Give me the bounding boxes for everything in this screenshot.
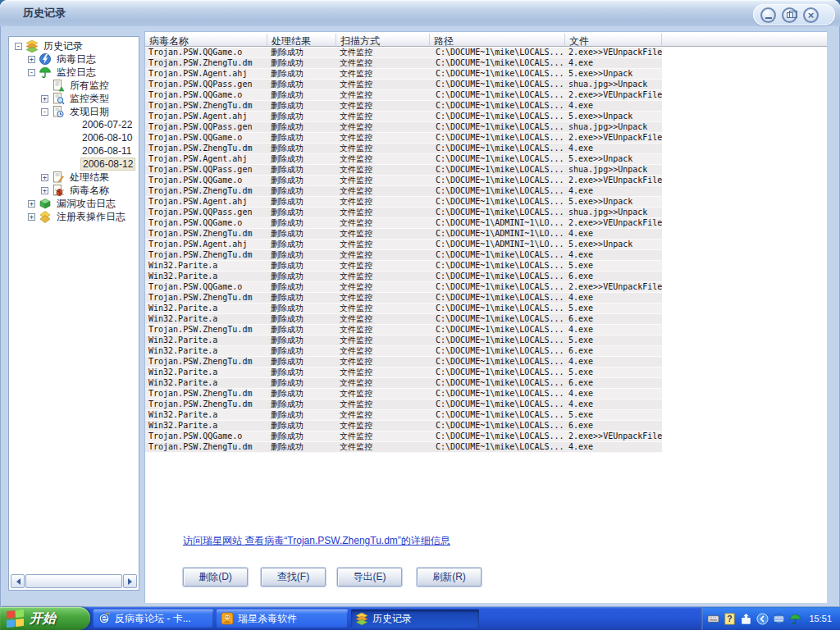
tree-item-label[interactable]: 处理结果 (68, 171, 111, 185)
tree-item-label[interactable]: 监控类型 (68, 92, 111, 106)
table-row[interactable]: Win32.Parite.a删除成功文件监控C:\DOCUME~1\mike\L… (145, 421, 662, 431)
collapse-box-icon[interactable]: - (15, 43, 22, 50)
tree-item-所有监控[interactable]: 所有监控 (10, 79, 138, 92)
table-row[interactable]: Win32.Parite.a删除成功文件监控C:\DOCUME~1\mike\L… (145, 378, 662, 389)
language-icon[interactable] (756, 613, 769, 625)
table-row[interactable]: Trojan.PSW.QQPass.gen删除成功文件监控C:\DOCUME~1… (145, 208, 662, 218)
tree-item-处理结果[interactable]: +处理结果 (10, 171, 138, 184)
tree-item-label[interactable]: 2006-08-12 (80, 158, 135, 171)
hide-icons-icon[interactable] (740, 613, 752, 625)
tree-item-历史记录[interactable]: -历史记录 (10, 39, 138, 52)
tree-item-label[interactable]: 历史记录 (42, 39, 84, 53)
table-row[interactable]: Win32.Parite.a删除成功文件监控C:\DOCUME~1\mike\L… (145, 410, 662, 421)
table-row[interactable]: Trojan.PSW.ZhengTu.dm删除成功文件监控C:\DOCUME~1… (145, 229, 662, 240)
titlebar[interactable]: 历史记录 × (0, 0, 840, 26)
tree-item-label[interactable]: 病毒名称 (68, 184, 111, 198)
scrollbar-thumb[interactable] (25, 574, 122, 588)
tree-item-label[interactable]: 漏洞攻击日志 (55, 197, 117, 211)
table-row[interactable]: Trojan.PSW.ZhengTu.dm删除成功文件监控C:\DOCUME~1… (145, 101, 662, 112)
tree-item-监控类型[interactable]: +监控类型 (10, 92, 138, 105)
collapse-box-icon[interactable]: - (28, 69, 35, 76)
table-row[interactable]: Trojan.PSW.ZhengTu.dm删除成功文件监控C:\DOCUME~1… (145, 293, 662, 304)
table-row[interactable]: Win32.Parite.a删除成功文件监控C:\DOCUME~1\mike\L… (145, 336, 662, 346)
tree-item-label[interactable]: 2006-08-10 (80, 132, 134, 144)
table-row[interactable]: Trojan.PSW.ZhengTu.dm删除成功文件监控C:\DOCUME~1… (145, 144, 662, 154)
table-row[interactable]: Trojan.PSW.QQPass.gen删除成功文件监控C:\DOCUME~1… (145, 165, 662, 176)
tree-item-label[interactable]: 2006-07-22 (80, 119, 134, 130)
expand-box-icon[interactable]: + (28, 200, 35, 208)
column-header-病毒名称[interactable]: 病毒名称 (145, 34, 267, 47)
table-row[interactable]: Trojan.PSW.QQGame.o删除成功文件监控C:\DOCUME~1\m… (145, 48, 662, 58)
minimize-button[interactable] (760, 7, 776, 23)
table-row[interactable]: Trojan.PSW.Agent.ahj删除成功文件监控C:\DOCUME~1\… (145, 154, 662, 165)
delete-button[interactable]: 删除(D) (183, 568, 248, 587)
tree-item-label[interactable]: 病毒日志 (55, 52, 98, 66)
table-row[interactable]: Trojan.PSW.QQGame.o删除成功文件监控C:\DOCUME~1\A… (145, 218, 662, 229)
table-row[interactable]: Win32.Parite.a删除成功文件监控C:\DOCUME~1\mike\L… (145, 304, 662, 314)
table-row[interactable]: Win32.Parite.a删除成功文件监控C:\DOCUME~1\mike\L… (145, 314, 662, 325)
table-row[interactable]: Trojan.PSW.QQPass.gen删除成功文件监控C:\DOCUME~1… (145, 122, 662, 133)
table-row[interactable]: Trojan.PSW.Agent.ahj删除成功文件监控C:\DOCUME~1\… (145, 240, 662, 250)
table-row[interactable]: Win32.Parite.a删除成功文件监控C:\DOCUME~1\mike\L… (145, 272, 662, 282)
tree-horizontal-scrollbar[interactable] (11, 574, 137, 588)
tree-item-漏洞攻击日志[interactable]: +漏洞攻击日志 (10, 197, 138, 210)
start-button[interactable]: 开始 (0, 607, 90, 630)
table-row[interactable]: Trojan.PSW.ZhengTu.dm删除成功文件监控C:\DOCUME~1… (145, 357, 662, 368)
table-row[interactable]: Trojan.PSW.QQGame.o删除成功文件监控C:\DOCUME~1\m… (145, 133, 662, 144)
tree-item-2006-07-22[interactable]: 2006-07-22 (10, 118, 138, 131)
virus-detail-link[interactable]: 访问瑞星网站 查看病毒“Trojan.PSW.ZhengTu.dm”的详细信息 (183, 534, 450, 548)
table-row[interactable]: Trojan.PSW.ZhengTu.dm删除成功文件监控C:\DOCUME~1… (145, 186, 662, 197)
table-row[interactable]: Trojan.PSW.QQGame.o删除成功文件监控C:\DOCUME~1\m… (145, 282, 662, 293)
table-row[interactable]: Trojan.PSW.Agent.ahj删除成功文件监控C:\DOCUME~1\… (145, 112, 662, 122)
tree-item-label[interactable]: 发现日期 (68, 105, 111, 119)
table-row[interactable]: Trojan.PSW.ZhengTu.dm删除成功文件监控C:\DOCUME~1… (145, 325, 662, 336)
table-row[interactable]: Win32.Parite.a删除成功文件监控C:\DOCUME~1\mike\L… (145, 368, 662, 378)
table-row[interactable]: Trojan.PSW.QQGame.o删除成功文件监控C:\DOCUME~1\m… (145, 90, 662, 101)
tree-item-2006-08-11[interactable]: 2006-08-11 (10, 144, 138, 158)
column-header-路径[interactable]: 路径 (430, 34, 565, 47)
expand-box-icon[interactable]: + (41, 187, 48, 194)
table-row[interactable]: Trojan.PSW.QQGame.o删除成功文件监控C:\DOCUME~1\m… (145, 431, 662, 442)
expand-box-icon[interactable]: + (28, 213, 35, 221)
table-row[interactable]: Trojan.PSW.ZhengTu.dm删除成功文件监控C:\DOCUME~1… (145, 442, 662, 453)
tree-item-label[interactable]: 注册表操作日志 (55, 210, 127, 224)
table-row[interactable]: Trojan.PSW.Agent.ahj删除成功文件监控C:\DOCUME~1\… (145, 197, 662, 208)
tree-item-label[interactable]: 监控日志 (55, 66, 98, 80)
column-header-处理结果[interactable]: 处理结果 (267, 34, 336, 47)
tree-item-2006-08-12[interactable]: 2006-08-12 (10, 158, 138, 171)
refresh-button[interactable]: 刷新(R) (417, 568, 482, 587)
collapse-box-icon[interactable]: - (41, 108, 48, 116)
table-row[interactable]: Win32.Parite.a删除成功文件监控C:\DOCUME~1\mike\L… (145, 346, 662, 357)
keyboard-icon[interactable] (707, 613, 719, 625)
expand-box-icon[interactable]: + (41, 95, 48, 103)
scroll-left-button[interactable] (11, 574, 25, 588)
export-button[interactable]: 导出(E) (337, 568, 402, 587)
tree-item-2006-08-10[interactable]: 2006-08-10 (10, 131, 138, 144)
scroll-right-button[interactable] (123, 574, 137, 588)
table-row[interactable]: Trojan.PSW.QQPass.gen删除成功文件监控C:\DOCUME~1… (145, 80, 662, 90)
table-row[interactable]: Trojan.PSW.Agent.ahj删除成功文件监控C:\DOCUME~1\… (145, 69, 662, 80)
tree-item-label[interactable]: 所有监控 (68, 79, 111, 93)
taskbar-task-3[interactable]: 历史记录 (351, 609, 479, 628)
table-row[interactable]: Trojan.PSW.ZhengTu.dm删除成功文件监控C:\DOCUME~1… (145, 389, 662, 399)
table-row[interactable]: Trojan.PSW.QQGame.o删除成功文件监控C:\DOCUME~1\m… (145, 176, 662, 186)
network-globe-icon[interactable] (773, 613, 785, 625)
restore-button[interactable] (782, 7, 797, 23)
rising-monitor-icon[interactable] (789, 613, 801, 625)
expand-box-icon[interactable]: + (28, 56, 35, 63)
taskbar-task-2[interactable]: 瑞星杀毒软件 (217, 609, 348, 628)
table-row[interactable]: Trojan.PSW.ZhengTu.dm删除成功文件监控C:\DOCUME~1… (145, 399, 662, 410)
table-row[interactable]: Trojan.PSW.ZhengTu.dm删除成功文件监控C:\DOCUME~1… (145, 250, 662, 261)
tree-item-注册表操作日志[interactable]: +注册表操作日志 (10, 210, 138, 223)
tree-item-病毒日志[interactable]: +病毒日志 (10, 52, 138, 66)
column-header-文件[interactable]: 文件 (565, 34, 662, 47)
expand-box-icon[interactable]: + (41, 174, 48, 181)
table-row[interactable]: Trojan.PSW.ZhengTu.dm删除成功文件监控C:\DOCUME~1… (145, 58, 662, 69)
tree-item-监控日志[interactable]: -监控日志 (10, 66, 138, 79)
tree-item-发现日期[interactable]: -发现日期 (10, 105, 138, 118)
find-button[interactable]: 查找(F) (261, 568, 326, 587)
help-icon[interactable]: ? (724, 613, 736, 625)
tree-item-病毒名称[interactable]: +病毒名称 (10, 184, 138, 197)
column-header-empty[interactable] (662, 34, 828, 47)
table-row[interactable]: Win32.Parite.a删除成功文件监控C:\DOCUME~1\mike\L… (145, 261, 662, 272)
